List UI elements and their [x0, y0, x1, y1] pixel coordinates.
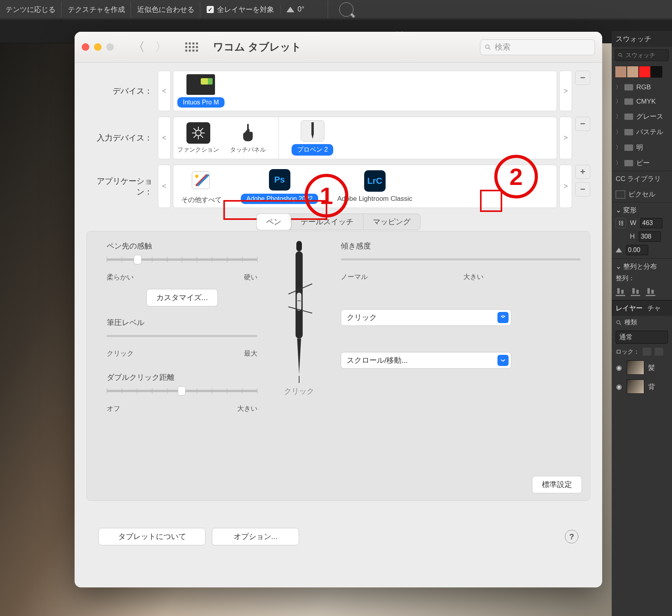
- layer-row[interactable]: ◉ 髪: [612, 358, 672, 377]
- lower-button-dropdown[interactable]: スクロール/移動...: [341, 352, 511, 369]
- app-add-button[interactable]: +: [575, 165, 590, 179]
- device-intuos[interactable]: Intuos Pro M: [177, 74, 225, 108]
- app-all-others[interactable]: その他すべて: [181, 168, 222, 204]
- blend-mode-select[interactable]: 通常: [616, 331, 668, 344]
- swatch[interactable]: [627, 66, 639, 78]
- layer-row[interactable]: ◉ 背: [612, 377, 672, 396]
- layer-name: 髪: [648, 363, 655, 372]
- visibility-icon[interactable]: ◉: [615, 383, 623, 391]
- swatches-search[interactable]: スウォッチ: [615, 49, 669, 61]
- nav-back-icon[interactable]: 〈: [133, 39, 145, 55]
- opt-content-aware[interactable]: テンツに応じる: [0, 2, 61, 17]
- input-scroll-left[interactable]: <: [158, 117, 171, 159]
- nav-arrows: 〈 〉: [133, 39, 167, 55]
- visibility-icon[interactable]: ◉: [615, 364, 623, 372]
- opt-angle[interactable]: [280, 5, 324, 13]
- folder-icon: [624, 98, 633, 105]
- tab-pen[interactable]: ペン: [257, 214, 291, 230]
- input-remove-button[interactable]: −: [575, 117, 590, 131]
- help-button[interactable]: ?: [565, 530, 578, 543]
- opt-create-texture[interactable]: テクスチャを作成: [62, 2, 131, 17]
- pressure-toggle-icon[interactable]: [339, 2, 353, 17]
- layers-panel-tabs: レイヤー チャ: [612, 300, 672, 316]
- ps-right-panels: スウォッチ スウォッチ 〉RGB 〉CMYK 〉グレース 〉パステル 〉明 〉ピ…: [612, 31, 672, 616]
- rotation-input[interactable]: [626, 245, 648, 255]
- show-all-icon[interactable]: [185, 42, 198, 52]
- input-scroll-right[interactable]: >: [559, 117, 572, 159]
- opt-sample-all-layers[interactable]: ✓ 全レイヤーを対象: [201, 5, 280, 14]
- dblclick-slider[interactable]: [107, 390, 257, 392]
- app-photoshop-label: Adobe Photoshop 2022: [241, 194, 318, 204]
- link-icon[interactable]: ⛓: [616, 218, 626, 228]
- folder-label: RGB: [636, 83, 651, 91]
- upper-button-dropdown[interactable]: クリック: [341, 309, 511, 326]
- options-button[interactable]: オプション...: [212, 528, 299, 545]
- folder-label: CMYK: [636, 98, 656, 106]
- default-settings-button[interactable]: 標準設定: [532, 476, 582, 493]
- cc-pixel-label: ピクセル: [628, 190, 655, 199]
- input-propen[interactable]: プロペン 2: [292, 120, 333, 156]
- app-scroll-left[interactable]: <: [158, 165, 171, 208]
- swatch[interactable]: [615, 66, 627, 78]
- cc-libraries-title[interactable]: CC ライブラリ: [612, 171, 672, 187]
- tab-tailswitch[interactable]: テールスイッチ: [291, 214, 363, 230]
- input-functions[interactable]: ファンクション: [177, 122, 219, 154]
- app-scroll-right[interactable]: >: [559, 165, 572, 208]
- search-field[interactable]: 検索: [480, 39, 595, 55]
- align-header[interactable]: ⌄ 整列と分布: [612, 258, 672, 274]
- app-remove-button[interactable]: −: [575, 182, 590, 196]
- folder-cmyk[interactable]: 〉CMYK: [612, 94, 672, 109]
- svg-line-18: [621, 56, 622, 57]
- folder-grayscale[interactable]: 〉グレース: [612, 109, 672, 124]
- lock-pixels-icon[interactable]: [655, 348, 663, 356]
- tilt-slider[interactable]: [341, 258, 580, 260]
- pressure-indicator: [107, 335, 257, 337]
- about-tablet-button[interactable]: タブレットについて: [98, 528, 205, 545]
- folder-more[interactable]: 〉ピー: [612, 155, 672, 171]
- svg-point-0: [486, 45, 489, 48]
- device-scroll-right[interactable]: >: [559, 71, 572, 111]
- input-touch[interactable]: タッチパネル: [230, 122, 266, 154]
- align-label: 整列：: [612, 274, 672, 284]
- width-input[interactable]: [640, 218, 662, 228]
- device-scroll-left[interactable]: <: [158, 71, 171, 111]
- align-left-icon[interactable]: [616, 288, 625, 296]
- blend-mode[interactable]: 通常: [612, 329, 672, 345]
- touch-icon: [236, 122, 260, 144]
- layer-thumb: [627, 360, 644, 375]
- input-label: 入力デバイス：: [86, 133, 158, 143]
- search-icon: [616, 320, 622, 326]
- input-functions-label: ファンクション: [177, 146, 219, 154]
- swatch[interactable]: [651, 66, 662, 78]
- pixel-icon: [616, 191, 625, 198]
- folder-pastel[interactable]: 〉パステル: [612, 124, 672, 140]
- swatch[interactable]: [639, 66, 651, 78]
- cc-pixel-item[interactable]: ピクセル: [612, 187, 672, 202]
- tip-feel-slider[interactable]: [107, 258, 257, 261]
- input-list: ファンクション タッチパネル プロペン 2: [173, 117, 557, 159]
- svg-point-6: [196, 130, 201, 136]
- folder-rgb[interactable]: 〉RGB: [612, 80, 672, 94]
- align-buttons: [612, 284, 672, 300]
- align-right-icon[interactable]: [646, 288, 655, 296]
- customize-button[interactable]: カスタマイズ...: [146, 289, 218, 306]
- device-remove-button[interactable]: −: [575, 71, 590, 85]
- align-center-icon[interactable]: [631, 288, 640, 296]
- app-photoshop[interactable]: Ps Adobe Photoshop 2022: [241, 169, 318, 204]
- app-lightroom[interactable]: LrC Adobe Lightroom Classic: [337, 170, 412, 203]
- angle-icon: [286, 7, 294, 12]
- layer-filter[interactable]: 種類: [612, 316, 672, 329]
- folder-light[interactable]: 〉明: [612, 140, 672, 155]
- opt-proximity-match[interactable]: 近似色に合わせる: [132, 2, 200, 17]
- checkbox-icon[interactable]: ✓: [207, 6, 214, 13]
- tab-channels[interactable]: チャ: [647, 304, 661, 313]
- close-button[interactable]: [82, 43, 89, 51]
- angle-input[interactable]: [298, 5, 319, 13]
- height-input[interactable]: [639, 231, 661, 242]
- transform-header[interactable]: ⌄ 変形: [612, 202, 672, 218]
- swatches-panel-title[interactable]: スウォッチ: [612, 31, 672, 47]
- tab-mapping[interactable]: マッピング: [363, 214, 420, 230]
- lock-trans-icon[interactable]: [643, 348, 651, 356]
- minimize-button[interactable]: [94, 43, 102, 51]
- tab-layers[interactable]: レイヤー: [616, 304, 643, 313]
